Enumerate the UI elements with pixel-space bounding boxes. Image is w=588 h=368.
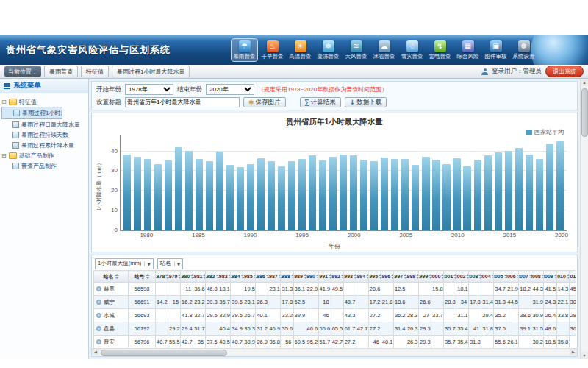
bar-slot bbox=[503, 135, 514, 230]
station-filter[interactable]: 站名 ▼ bbox=[157, 258, 184, 269]
value-cell: 36.6 bbox=[193, 283, 206, 296]
sidebar: 系统菜单 ⊟特征值暴雨过程1小时最大降水量暴雨过程日最大降水量暴雨过程持续天数暴… bbox=[0, 79, 89, 359]
scroll-down-arrow[interactable]: ▼ bbox=[581, 352, 588, 359]
column-header-year[interactable]: 1979 bbox=[168, 271, 181, 283]
nav-item-hail[interactable]: ☁冰雹普查 bbox=[371, 39, 397, 61]
x-tick-label: 1980 bbox=[140, 232, 153, 238]
column-header-year[interactable]: 2003 bbox=[469, 271, 481, 283]
column-header-year[interactable]: 2004 bbox=[481, 271, 494, 283]
sort-icons[interactable] bbox=[146, 274, 150, 279]
nav-item-freeze[interactable]: ❄凝冻普查 bbox=[315, 39, 341, 61]
nav-item-wind[interactable]: ≋大风普查 bbox=[343, 39, 369, 61]
horizontal-scrollbar[interactable]: ◀ ▶ bbox=[92, 348, 577, 356]
column-header-year[interactable]: 1996 bbox=[381, 271, 393, 283]
column-header-year[interactable]: 1980 bbox=[181, 271, 193, 283]
column-header-year[interactable]: 1991 bbox=[318, 271, 331, 283]
header-label: 站号 bbox=[129, 273, 154, 280]
sidebar-item[interactable]: 暴雨过程1小时最大降水量 bbox=[1, 107, 62, 119]
value-cell bbox=[331, 296, 343, 309]
column-header[interactable]: 站号 bbox=[129, 271, 156, 283]
chart-title-input[interactable] bbox=[125, 97, 240, 107]
column-header-year[interactable]: 2007 bbox=[519, 271, 531, 283]
column-header-year[interactable]: 1995 bbox=[368, 271, 381, 283]
nav-item-heat[interactable]: ☀高温普查 bbox=[287, 39, 313, 61]
chart-panel: 贵州省历年1小时最大降水量 国家站平均 1小时降水量（mm） 010203040… bbox=[91, 113, 578, 252]
value-cell: 33.2 bbox=[281, 309, 293, 322]
breadcrumb-item[interactable]: 暴雨普查 bbox=[44, 66, 78, 77]
breadcrumb-item[interactable]: 暴雨过程1小时最大降水量 bbox=[112, 66, 190, 77]
column-header-year[interactable]: 1993 bbox=[343, 271, 356, 283]
column-header-year[interactable]: 1978 bbox=[156, 271, 168, 283]
column-header-year[interactable]: 1983 bbox=[218, 271, 231, 283]
nav-item-snow[interactable]: ☃雪灾普查 bbox=[399, 39, 425, 61]
column-header-year[interactable]: 1982 bbox=[206, 271, 218, 283]
column-header-year[interactable]: 1981 bbox=[193, 271, 206, 283]
tree-group-node[interactable]: ⊟基础产品制作 bbox=[1, 150, 87, 160]
sidebar-item[interactable]: 暴雨过程日最大降水量 bbox=[1, 119, 87, 130]
breadcrumb-item[interactable]: 特征值 bbox=[81, 66, 109, 77]
sidebar-item[interactable]: 暴雨过程持续天数 bbox=[1, 130, 87, 140]
grid-icon bbox=[12, 142, 19, 149]
column-header-year[interactable]: 1997 bbox=[393, 271, 406, 283]
column-header-year[interactable]: 2006 bbox=[506, 271, 519, 283]
scroll-left-arrow[interactable]: ◀ bbox=[92, 349, 99, 355]
scroll-right-arrow[interactable]: ▶ bbox=[570, 349, 577, 355]
column-header-year[interactable]: 2001 bbox=[444, 271, 456, 283]
bar-2013 bbox=[484, 155, 492, 230]
vertical-scrollbar[interactable]: ▲ ▼ bbox=[580, 79, 588, 359]
nav-item-map-review[interactable]: ▣图件审核 bbox=[483, 39, 509, 61]
sidebar-item[interactable]: 普查产品制作 bbox=[1, 160, 87, 171]
expander-icon[interactable]: ⊟ bbox=[1, 152, 7, 159]
expander-icon[interactable]: ⊟ bbox=[1, 99, 7, 105]
scroll-up-arrow[interactable]: ▲ bbox=[581, 79, 588, 86]
nav-item-drought[interactable]: ♨干旱普查 bbox=[259, 39, 285, 61]
column-header[interactable]: 站名 bbox=[94, 271, 129, 283]
horizontal-scroll-thumb[interactable] bbox=[101, 350, 227, 356]
column-header-year[interactable]: 1988 bbox=[281, 271, 293, 283]
start-year-select[interactable]: 1978年 bbox=[125, 84, 173, 95]
calculate-button[interactable]: ∑ 计算结果 bbox=[300, 97, 341, 107]
header-label: 2010 bbox=[558, 274, 568, 279]
header-label: 1990 bbox=[307, 274, 318, 279]
column-header-year[interactable]: 1990 bbox=[306, 271, 318, 283]
value-cell bbox=[356, 296, 368, 309]
column-header-year[interactable]: 1994 bbox=[356, 271, 368, 283]
tree-group-node[interactable]: ⊟特征值 bbox=[1, 96, 87, 107]
value-cell: 60.5 bbox=[293, 336, 306, 349]
bar-slot bbox=[204, 135, 215, 230]
column-header-year[interactable]: 2009 bbox=[544, 271, 556, 283]
column-header-year[interactable]: 1984 bbox=[231, 271, 243, 283]
save-image-button[interactable]: ✱ 保存图片 bbox=[243, 97, 286, 107]
end-year-select[interactable]: 2020年 bbox=[206, 84, 254, 95]
bar-2001 bbox=[360, 160, 368, 230]
column-header-year[interactable]: 1992 bbox=[331, 271, 343, 283]
column-header-year[interactable]: 1985 bbox=[243, 271, 256, 283]
column-header-year[interactable]: 1999 bbox=[418, 271, 431, 283]
bar-slot bbox=[173, 135, 184, 230]
bar-2019 bbox=[546, 144, 553, 230]
logout-button[interactable]: 退出系统 bbox=[545, 66, 584, 77]
vertical-scroll-thumb[interactable] bbox=[581, 88, 588, 137]
column-header-year[interactable]: 2002 bbox=[456, 271, 469, 283]
data-download-button[interactable]: ↓ 数据下载 bbox=[345, 97, 387, 107]
sort-icons[interactable] bbox=[115, 274, 119, 279]
nav-item-lightning[interactable]: ↯雷电普查 bbox=[427, 39, 453, 61]
column-header-year[interactable]: 1986 bbox=[256, 271, 268, 283]
column-header-year[interactable]: 2010 bbox=[556, 271, 569, 283]
nav-item-rainstorm[interactable]: ☂暴雨普查 bbox=[232, 39, 257, 61]
column-header-year[interactable]: 2000 bbox=[431, 271, 444, 283]
grid-icon bbox=[12, 132, 19, 138]
column-header-year[interactable]: 1987 bbox=[268, 271, 281, 283]
value-type-filter[interactable]: 1小时最大值(mm) ▼ bbox=[95, 258, 154, 269]
column-header-year[interactable]: 1989 bbox=[293, 271, 306, 283]
column-header-year[interactable]: 2011 bbox=[569, 271, 576, 283]
sidebar-item-label: 暴雨过程持续天数 bbox=[21, 131, 68, 139]
column-header-year[interactable]: 1998 bbox=[406, 271, 418, 283]
nav-item-composite-risk[interactable]: ▦综合风险 bbox=[455, 39, 481, 61]
sidebar-item[interactable]: 暴雨过程累计降水量 bbox=[1, 140, 87, 150]
column-header-year[interactable]: 2005 bbox=[494, 271, 506, 283]
value-cell: 38.6 bbox=[519, 309, 531, 322]
nav-item-settings[interactable]: ☸系统设置 bbox=[511, 39, 537, 61]
table-viewport: 站名站号197819791980198119821983198419851986… bbox=[93, 270, 576, 350]
column-header-year[interactable]: 2008 bbox=[531, 271, 544, 283]
